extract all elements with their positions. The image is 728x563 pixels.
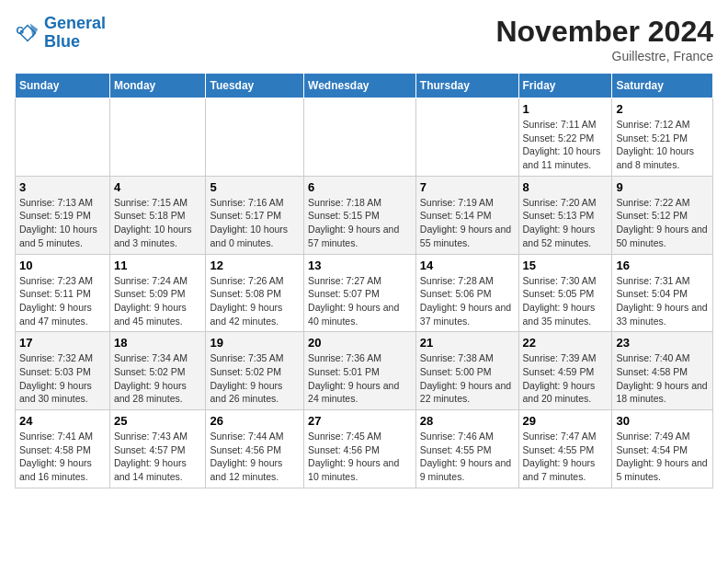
calendar-day-cell: 13Sunrise: 7:27 AM Sunset: 5:07 PM Dayli… — [304, 254, 416, 332]
calendar-day-cell: 17Sunrise: 7:32 AM Sunset: 5:03 PM Dayli… — [16, 332, 110, 410]
calendar-day-cell: 9Sunrise: 7:22 AM Sunset: 5:12 PM Daylig… — [612, 176, 713, 254]
calendar-day-cell: 27Sunrise: 7:45 AM Sunset: 4:56 PM Dayli… — [304, 410, 416, 488]
calendar-day-cell — [206, 98, 304, 177]
calendar-day-header: Friday — [518, 74, 612, 98]
day-info: Sunrise: 7:32 AM Sunset: 5:03 PM Dayligh… — [19, 351, 106, 406]
day-number: 16 — [616, 259, 709, 272]
day-info: Sunrise: 7:34 AM Sunset: 5:02 PM Dayligh… — [114, 351, 202, 406]
day-number: 29 — [523, 414, 609, 428]
day-number: 20 — [308, 336, 412, 350]
day-number: 21 — [420, 336, 515, 350]
calendar-day-cell: 28Sunrise: 7:46 AM Sunset: 4:55 PM Dayli… — [415, 410, 518, 488]
day-number: 4 — [114, 180, 202, 194]
logo-icon: G — [15, 20, 40, 46]
day-number: 8 — [523, 180, 609, 194]
calendar-day-cell — [304, 98, 416, 177]
day-info: Sunrise: 7:27 AM Sunset: 5:07 PM Dayligh… — [308, 274, 412, 328]
day-info: Sunrise: 7:19 AM Sunset: 5:14 PM Dayligh… — [420, 196, 515, 250]
calendar-week-row: 3Sunrise: 7:13 AM Sunset: 5:19 PM Daylig… — [16, 176, 713, 254]
day-number: 12 — [210, 259, 300, 272]
day-info: Sunrise: 7:28 AM Sunset: 5:06 PM Dayligh… — [420, 274, 515, 328]
day-number: 6 — [308, 180, 412, 194]
calendar-day-cell: 26Sunrise: 7:44 AM Sunset: 4:56 PM Dayli… — [206, 410, 304, 488]
day-info: Sunrise: 7:44 AM Sunset: 4:56 PM Dayligh… — [210, 430, 300, 484]
day-info: Sunrise: 7:41 AM Sunset: 4:58 PM Dayligh… — [19, 430, 106, 484]
calendar-table: SundayMondayTuesdayWednesdayThursdayFrid… — [15, 73, 713, 488]
calendar-day-header: Wednesday — [304, 74, 416, 98]
day-info: Sunrise: 7:30 AM Sunset: 5:05 PM Dayligh… — [523, 274, 609, 328]
calendar-day-cell: 18Sunrise: 7:34 AM Sunset: 5:02 PM Dayli… — [109, 332, 206, 410]
day-info: Sunrise: 7:46 AM Sunset: 4:55 PM Dayligh… — [420, 430, 515, 484]
day-number: 5 — [210, 180, 300, 194]
calendar-day-cell: 30Sunrise: 7:49 AM Sunset: 4:54 PM Dayli… — [612, 410, 713, 488]
logo-name: GeneralBlue — [44, 15, 106, 52]
day-number: 11 — [114, 259, 202, 272]
calendar-day-cell: 7Sunrise: 7:19 AM Sunset: 5:14 PM Daylig… — [415, 176, 518, 254]
day-number: 13 — [308, 259, 412, 272]
day-number: 18 — [114, 336, 202, 350]
month-title: November 2024 — [495, 15, 713, 49]
day-info: Sunrise: 7:23 AM Sunset: 5:11 PM Dayligh… — [19, 274, 106, 328]
day-number: 25 — [114, 414, 202, 428]
day-info: Sunrise: 7:24 AM Sunset: 5:09 PM Dayligh… — [114, 274, 202, 328]
day-info: Sunrise: 7:47 AM Sunset: 4:55 PM Dayligh… — [523, 430, 609, 484]
calendar-day-cell: 24Sunrise: 7:41 AM Sunset: 4:58 PM Dayli… — [16, 410, 110, 488]
day-number: 3 — [19, 180, 106, 194]
calendar-day-cell: 6Sunrise: 7:18 AM Sunset: 5:15 PM Daylig… — [304, 176, 416, 254]
calendar-day-cell: 15Sunrise: 7:30 AM Sunset: 5:05 PM Dayli… — [518, 254, 612, 332]
day-number: 1 — [523, 102, 609, 116]
day-info: Sunrise: 7:11 AM Sunset: 5:22 PM Dayligh… — [523, 118, 609, 172]
day-number: 28 — [420, 414, 515, 428]
day-number: 17 — [19, 336, 106, 350]
day-info: Sunrise: 7:18 AM Sunset: 5:15 PM Dayligh… — [308, 196, 412, 250]
calendar-body: 1Sunrise: 7:11 AM Sunset: 5:22 PM Daylig… — [16, 98, 713, 488]
calendar-day-cell: 3Sunrise: 7:13 AM Sunset: 5:19 PM Daylig… — [16, 176, 110, 254]
page-header: G GeneralBlue November 2024 Guillestre, … — [15, 15, 713, 63]
calendar-day-cell: 14Sunrise: 7:28 AM Sunset: 5:06 PM Dayli… — [415, 254, 518, 332]
day-number: 10 — [19, 259, 106, 272]
day-info: Sunrise: 7:20 AM Sunset: 5:13 PM Dayligh… — [523, 196, 609, 250]
calendar-day-cell — [16, 98, 110, 177]
day-number: 30 — [616, 414, 709, 428]
calendar-day-cell: 1Sunrise: 7:11 AM Sunset: 5:22 PM Daylig… — [518, 98, 612, 177]
calendar-day-header: Monday — [109, 74, 206, 98]
day-number: 2 — [616, 102, 709, 116]
day-info: Sunrise: 7:16 AM Sunset: 5:17 PM Dayligh… — [210, 196, 300, 250]
calendar-day-cell: 8Sunrise: 7:20 AM Sunset: 5:13 PM Daylig… — [518, 176, 612, 254]
day-info: Sunrise: 7:12 AM Sunset: 5:21 PM Dayligh… — [616, 118, 709, 172]
calendar-day-header: Tuesday — [206, 74, 304, 98]
calendar-week-row: 17Sunrise: 7:32 AM Sunset: 5:03 PM Dayli… — [16, 332, 713, 410]
day-info: Sunrise: 7:40 AM Sunset: 4:58 PM Dayligh… — [616, 351, 709, 406]
day-info: Sunrise: 7:15 AM Sunset: 5:18 PM Dayligh… — [114, 196, 202, 250]
calendar-day-cell: 22Sunrise: 7:39 AM Sunset: 4:59 PM Dayli… — [518, 332, 612, 410]
day-info: Sunrise: 7:39 AM Sunset: 4:59 PM Dayligh… — [523, 351, 609, 406]
calendar-day-cell — [109, 98, 206, 177]
logo: G GeneralBlue — [15, 15, 106, 52]
day-info: Sunrise: 7:49 AM Sunset: 4:54 PM Dayligh… — [616, 430, 709, 484]
calendar-day-cell: 2Sunrise: 7:12 AM Sunset: 5:21 PM Daylig… — [612, 98, 713, 177]
calendar-day-cell — [415, 98, 518, 177]
calendar-day-cell: 19Sunrise: 7:35 AM Sunset: 5:02 PM Dayli… — [206, 332, 304, 410]
day-info: Sunrise: 7:22 AM Sunset: 5:12 PM Dayligh… — [616, 196, 709, 250]
calendar-week-row: 24Sunrise: 7:41 AM Sunset: 4:58 PM Dayli… — [16, 410, 713, 488]
calendar-day-cell: 12Sunrise: 7:26 AM Sunset: 5:08 PM Dayli… — [206, 254, 304, 332]
calendar-week-row: 10Sunrise: 7:23 AM Sunset: 5:11 PM Dayli… — [16, 254, 713, 332]
title-area: November 2024 Guillestre, France — [495, 15, 713, 63]
day-number: 26 — [210, 414, 300, 428]
day-info: Sunrise: 7:43 AM Sunset: 4:57 PM Dayligh… — [114, 430, 202, 484]
day-number: 14 — [420, 259, 515, 272]
svg-marker-2 — [30, 23, 38, 38]
day-info: Sunrise: 7:13 AM Sunset: 5:19 PM Dayligh… — [19, 196, 106, 250]
day-info: Sunrise: 7:35 AM Sunset: 5:02 PM Dayligh… — [210, 351, 300, 406]
day-info: Sunrise: 7:26 AM Sunset: 5:08 PM Dayligh… — [210, 274, 300, 328]
calendar-day-header: Sunday — [16, 74, 110, 98]
day-number: 19 — [210, 336, 300, 350]
calendar-day-cell: 23Sunrise: 7:40 AM Sunset: 4:58 PM Dayli… — [612, 332, 713, 410]
calendar-day-header: Saturday — [612, 74, 713, 98]
calendar-day-cell: 4Sunrise: 7:15 AM Sunset: 5:18 PM Daylig… — [109, 176, 206, 254]
calendar-day-cell: 5Sunrise: 7:16 AM Sunset: 5:17 PM Daylig… — [206, 176, 304, 254]
day-number: 22 — [523, 336, 609, 350]
day-number: 23 — [616, 336, 709, 350]
day-number: 24 — [19, 414, 106, 428]
calendar-day-cell: 25Sunrise: 7:43 AM Sunset: 4:57 PM Dayli… — [109, 410, 206, 488]
